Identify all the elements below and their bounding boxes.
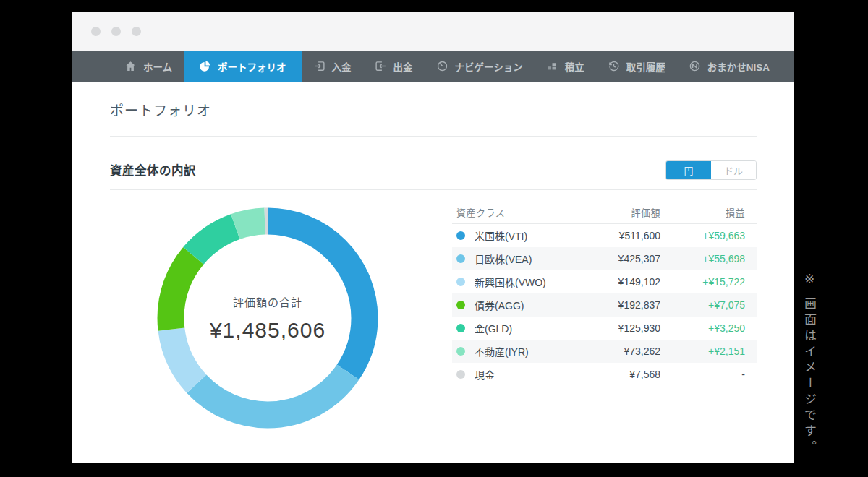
home-icon (124, 60, 137, 72)
asset-table-body: 米国株(VTI)¥511,600+¥59,663日欧株(VEA)¥425,307… (452, 224, 757, 386)
omakase-nisa-icon (689, 60, 701, 72)
nav-item-label: 入金 (332, 59, 352, 74)
nav-item-history[interactable]: 取引履歴 (596, 51, 677, 82)
asset-profit: +¥3,250 (660, 322, 745, 334)
asset-name: 日欧株(VEA) (475, 252, 532, 266)
asset-name: 新興国株(VWO) (475, 275, 546, 289)
asset-name-cell: 新興国株(VWO) (452, 275, 552, 289)
column-header-profit: 損益 (660, 205, 745, 219)
asset-profit: - (660, 369, 745, 380)
asset-profit: +¥55,698 (660, 253, 745, 265)
asset-name-cell: 金(GLD) (452, 321, 552, 335)
table-row: 金(GLD)¥125,930+¥3,250 (452, 317, 757, 340)
column-header-asset-class: 資産クラス (452, 205, 552, 219)
asset-color-dot (456, 254, 465, 263)
asset-valuation: ¥73,262 (552, 345, 660, 357)
table-row: 現金¥7,568- (452, 363, 757, 386)
section-title: 資産全体の内訳 (110, 161, 196, 179)
asset-profit: +¥7,075 (660, 299, 745, 311)
nav-item-withdraw[interactable]: 出金 (363, 51, 425, 82)
asset-name-cell: 米国株(VTI) (452, 228, 552, 243)
nav-item-tsumitate[interactable]: 積立 (535, 51, 596, 82)
window-dot (132, 27, 141, 36)
nav-item-label: ホーム (143, 59, 172, 74)
disclaimer-note: ※ 画面はイメージです。 (800, 272, 818, 456)
section-header: 資産全体の内訳 円ドル (110, 160, 757, 180)
divider (110, 189, 757, 190)
asset-valuation: ¥7,568 (552, 369, 660, 380)
table-row: 米国株(VTI)¥511,600+¥59,663 (452, 224, 757, 247)
navbar: ホームポートフォリオ入金出金ナビゲーション積立取引履歴おまかせNISA (72, 51, 794, 82)
asset-name-cell: 現金 (452, 367, 552, 382)
table-row: 不動産(IYR)¥73,262+¥2,151 (452, 340, 757, 363)
asset-color-dot (456, 347, 465, 356)
nav-item-home[interactable]: ホーム (113, 51, 184, 82)
asset-table-header: 資産クラス 評価額 損益 (452, 200, 757, 224)
column-header-valuation: 評価額 (552, 205, 660, 219)
donut-center-value: ¥1,485,606 (210, 318, 326, 343)
nav-item-label: 積立 (565, 59, 584, 74)
table-row: 債券(AGG)¥192,837+¥7,075 (452, 293, 757, 317)
nav-item-portfolio[interactable]: ポートフォリオ (184, 51, 302, 82)
asset-profit: +¥59,663 (660, 230, 745, 241)
page-content: ポートフォリオ 資産全体の内訳 円ドル 評価額の合計 ¥1,485,606 資産… (72, 82, 794, 429)
currency-toggle-yen[interactable]: 円 (666, 161, 711, 179)
asset-valuation: ¥192,837 (552, 299, 660, 311)
asset-color-dot (456, 324, 465, 332)
nav-item-deposit[interactable]: 入金 (302, 51, 363, 82)
asset-profit: +¥2,151 (660, 345, 745, 357)
portfolio-icon (199, 60, 211, 72)
asset-color-dot (456, 231, 465, 240)
table-row: 新興国株(VWO)¥149,102+¥15,722 (452, 270, 757, 293)
asset-name-cell: 債券(AGG) (452, 298, 552, 312)
asset-name: 債券(AGG) (475, 298, 524, 312)
asset-name: 不動産(IYR) (475, 344, 529, 358)
asset-name-cell: 不動産(IYR) (452, 344, 552, 358)
asset-name: 金(GLD) (475, 321, 512, 335)
window-titlebar (72, 12, 794, 51)
history-icon (608, 60, 620, 72)
nav-item-label: 出金 (393, 59, 413, 74)
donut-center-label: 評価額の合計 (233, 294, 302, 309)
nav-item-label: ポートフォリオ (218, 59, 286, 74)
table-row: 日欧株(VEA)¥425,307+¥55,698 (452, 247, 757, 270)
donut-chart: 評価額の合計 ¥1,485,606 (157, 207, 378, 429)
asset-valuation: ¥511,600 (552, 230, 660, 241)
nav-item-omakase-nisa[interactable]: おまかせNISA (677, 51, 781, 82)
nav-item-label: おまかせNISA (707, 59, 770, 74)
asset-profit: +¥15,722 (660, 276, 745, 288)
asset-name: 現金 (475, 367, 495, 382)
asset-table: 資産クラス 評価額 損益 米国株(VTI)¥511,600+¥59,663日欧株… (452, 200, 757, 429)
currency-toggle: 円ドル (665, 160, 757, 180)
window-dot (111, 27, 121, 36)
asset-color-dot (456, 370, 465, 379)
asset-valuation: ¥125,930 (552, 322, 660, 334)
browser-window: ホームポートフォリオ入金出金ナビゲーション積立取引履歴おまかせNISA ポートフ… (72, 12, 794, 463)
asset-valuation: ¥149,102 (552, 276, 660, 288)
window-dot (91, 27, 101, 36)
asset-color-dot (456, 278, 465, 286)
nav-item-label: 取引履歴 (626, 59, 665, 74)
tsumitate-icon (546, 60, 558, 72)
asset-name: 米国株(VTI) (475, 228, 527, 243)
nav-item-navigation[interactable]: ナビゲーション (425, 51, 535, 82)
nav-item-label: ナビゲーション (455, 59, 523, 74)
currency-toggle-dollar[interactable]: ドル (711, 161, 756, 179)
asset-name-cell: 日欧株(VEA) (452, 252, 552, 266)
deposit-icon (313, 60, 326, 72)
withdraw-icon (375, 60, 387, 72)
portfolio-main: 評価額の合計 ¥1,485,606 資産クラス 評価額 損益 米国株(VTI)¥… (110, 200, 757, 429)
asset-color-dot (456, 301, 465, 309)
divider (110, 136, 757, 137)
navigation-icon (436, 60, 448, 72)
page-title: ポートフォリオ (110, 82, 757, 119)
asset-valuation: ¥425,307 (552, 253, 660, 265)
donut-center: 評価額の合計 ¥1,485,606 (157, 207, 378, 429)
